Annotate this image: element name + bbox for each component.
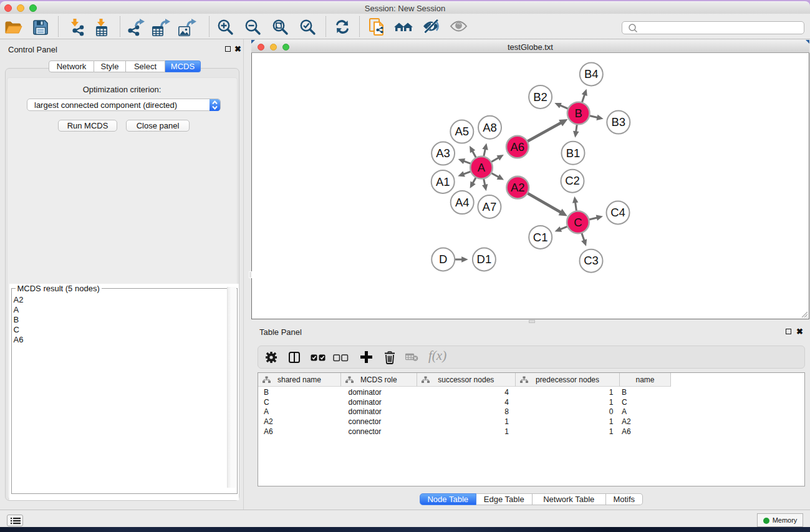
svg-text:A5: A5 — [455, 125, 469, 138]
svg-text:C4: C4 — [610, 206, 625, 219]
svg-text:A2: A2 — [511, 181, 525, 194]
svg-text:D: D — [439, 253, 447, 266]
svg-text:A8: A8 — [483, 121, 497, 134]
svg-text:A1: A1 — [436, 175, 450, 188]
svg-text:C1: C1 — [533, 231, 548, 244]
svg-text:B2: B2 — [533, 90, 547, 104]
svg-text:A: A — [478, 161, 486, 174]
svg-text:B: B — [575, 107, 582, 120]
svg-text:A7: A7 — [483, 200, 497, 213]
svg-text:B1: B1 — [566, 147, 581, 160]
svg-text:B4: B4 — [584, 67, 599, 80]
svg-text:C3: C3 — [584, 254, 599, 267]
svg-text:A6: A6 — [510, 140, 524, 153]
svg-text:A4: A4 — [455, 196, 470, 209]
svg-text:D1: D1 — [477, 253, 492, 266]
svg-text:C2: C2 — [565, 174, 580, 187]
svg-text:B3: B3 — [611, 115, 625, 128]
svg-text:C: C — [574, 216, 582, 229]
svg-text:A3: A3 — [436, 147, 450, 160]
